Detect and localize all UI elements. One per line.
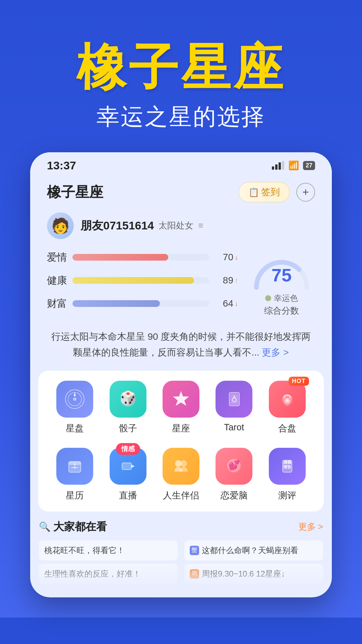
stat-value-wealth: 64 ↓ (215, 298, 238, 309)
svg-text:报告: 报告 (283, 465, 292, 469)
score-label: 综合分数 (264, 305, 299, 317)
description-text: 行运太阳与本命木星呈 90 度夹角的时候，并不能很好地发挥两颗星体的良性能量，反… (30, 323, 332, 371)
svg-point-22 (180, 460, 187, 467)
stat-value-love: 70 ↓ (215, 252, 238, 263)
plus-icon: + (302, 185, 309, 199)
lucky-label: 幸运色 (274, 293, 298, 304)
feature-item-lovenao[interactable]: 💕 恋爱脑 (210, 448, 257, 501)
more-link[interactable]: 更多 > (262, 347, 289, 358)
stat-row-love: 爱情 70 ↓ (47, 251, 238, 264)
checkin-button[interactable]: 📋 签到 (239, 182, 290, 202)
status-time: 13:37 (47, 159, 76, 172)
avatar: 🧑 (47, 212, 74, 239)
feature-item-ceping[interactable]: 婚姻 报告 测评 (264, 448, 311, 501)
hot-badge: HOT (289, 377, 309, 386)
checkin-icon: 📋 (248, 187, 258, 197)
stat-bar-love-fill (72, 254, 168, 261)
feature-row-2: 星历 情感 直播 (48, 441, 314, 508)
feature-item-tarot[interactable]: Tarot (210, 381, 257, 434)
svg-text:婚姻: 婚姻 (283, 460, 291, 465)
svg-point-4 (74, 398, 75, 400)
feature-label-xingpan: 星盘 (66, 422, 84, 434)
trending-tag-crab: 蟹 (190, 546, 199, 555)
feature-icon-partner (163, 448, 199, 485)
stat-bar-wealth-container (72, 300, 209, 307)
feature-icon-lovenao: 💕 (216, 448, 252, 485)
feature-item-hepan[interactable]: HOT 合盘 (264, 381, 311, 434)
lucky-dot (265, 295, 271, 301)
lucky-color-row: 幸运色 (265, 293, 298, 304)
stat-bar-health-fill (72, 277, 194, 284)
stat-bar-health-container (72, 277, 209, 284)
feature-label-hepan: 合盘 (278, 422, 296, 434)
gauge-score: 75 (272, 265, 292, 285)
stat-value-health: 89 ↑ (215, 275, 238, 286)
app-logo: 橡子星座 (47, 183, 103, 202)
trending-title: 🔍 大家都在看 (39, 520, 107, 534)
feature-grid: 星盘 🎲 骰子 (38, 371, 324, 512)
trending-item-1[interactable]: 桃花旺不旺，得看它！ (39, 540, 178, 560)
feature-item-xingli[interactable]: 星历 (51, 448, 98, 501)
battery-indicator: 27 (303, 161, 315, 170)
trend-down-love: ↓ (235, 254, 238, 261)
svg-marker-20 (131, 465, 135, 468)
feature-label-live: 直播 (119, 489, 137, 501)
feature-icon-tarot (216, 381, 252, 418)
svg-marker-7 (173, 391, 189, 406)
feature-label-ceping: 测评 (278, 489, 296, 501)
signal-icon (272, 161, 284, 170)
score-gauge: 75 幸运色 综合分数 (248, 251, 315, 320)
stat-bar-wealth-fill (72, 300, 160, 307)
stats-section: 爱情 70 ↓ 健康 89 ↑ (30, 247, 332, 323)
gauge-container: 75 (250, 254, 313, 291)
hero-subtitle: 幸运之星的选择 (20, 102, 342, 132)
fade-overlay (30, 560, 332, 587)
settings-icon[interactable]: ≡ (198, 220, 203, 231)
stat-bar-love-container (72, 254, 209, 261)
trending-search-icon: 🔍 (39, 521, 51, 532)
trending-more-link[interactable]: 更多 > (298, 521, 323, 533)
phone-mockup: 13:37 📶 27 橡子星座 📋 签到 (30, 152, 332, 597)
feature-item-constellation[interactable]: 星座 (158, 381, 204, 434)
feature-item-xingpan[interactable]: 星盘 (51, 381, 98, 434)
feature-item-live[interactable]: 情感 直播 (105, 448, 152, 501)
feature-icon-hepan: HOT (269, 381, 306, 418)
trending-header: 🔍 大家都在看 更多 > (39, 520, 323, 534)
wifi-icon: 📶 (288, 160, 299, 171)
feature-label-partner: 人生伴侣 (163, 489, 199, 501)
feature-icon-live: 情感 (110, 448, 146, 485)
feature-label-tarot: Tarot (224, 422, 244, 433)
feature-icon-xingli (56, 448, 93, 485)
emotion-badge: 情感 (116, 443, 140, 455)
feature-label-lovenao: 恋爱脑 (221, 489, 248, 501)
trending-section: 🔍 大家都在看 更多 > 桃花旺不旺，得看它！ 蟹 这都什么命啊？天蝎座别看 (30, 512, 332, 587)
trending-item-2[interactable]: 蟹 这都什么命啊？天蝎座别看 (184, 540, 323, 560)
trend-down-wealth: ↓ (235, 300, 238, 308)
stat-label-health: 健康 (47, 274, 67, 287)
header-actions: 📋 签到 + (239, 182, 315, 202)
feature-label-constellation: 星座 (172, 422, 190, 434)
svg-text:💕: 💕 (228, 460, 240, 471)
hero-title: 橡子星座 (20, 40, 342, 95)
stat-label-love: 爱情 (47, 251, 67, 264)
feature-item-dice[interactable]: 🎲 骰子 (105, 381, 152, 434)
feature-icon-xingpan (56, 381, 93, 418)
svg-rect-19 (122, 463, 131, 470)
feature-label-xingli: 星历 (66, 489, 84, 501)
trending-row-1: 桃花旺不旺，得看它！ 蟹 这都什么命啊？天蝎座别看 (39, 540, 323, 560)
stats-bars: 爱情 70 ↓ 健康 89 ↑ (47, 251, 238, 320)
status-icons: 📶 27 (272, 160, 315, 171)
hero-section: 橡子星座 幸运之星的选择 13:37 📶 27 橡子星座 (0, 0, 362, 618)
feature-icon-ceping: 婚姻 报告 (269, 448, 306, 485)
user-info: 朋友07151614 太阳处女 ≡ (80, 218, 203, 233)
status-bar: 13:37 📶 27 (30, 152, 332, 175)
username: 朋友07151614 (80, 218, 154, 233)
feature-label-dice: 骰子 (119, 422, 137, 434)
svg-text:🎲: 🎲 (120, 390, 136, 406)
zodiac-tag: 太阳处女 (159, 220, 193, 231)
feature-item-partner[interactable]: 人生伴侣 (158, 448, 204, 501)
stat-row-health: 健康 89 ↑ (47, 274, 238, 287)
add-button[interactable]: + (296, 183, 315, 202)
stat-label-wealth: 财富 (47, 297, 67, 311)
checkin-label: 签到 (261, 186, 280, 199)
